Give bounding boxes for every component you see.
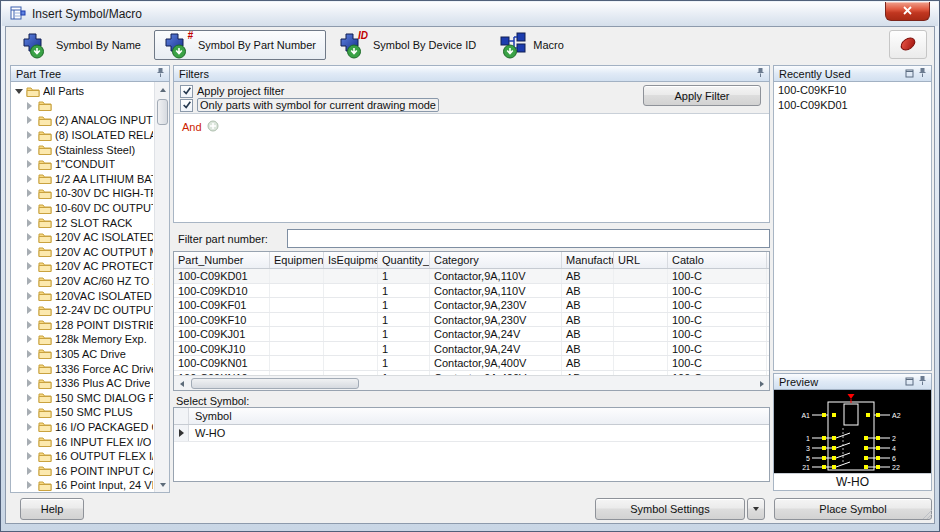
expander-closed-icon[interactable] [27,204,32,212]
plus-circle-icon[interactable] [207,120,219,134]
tree-item[interactable]: 16 POINT INPUT CARD [12,463,153,478]
tree-item[interactable]: 12 SLOT RACK [12,215,153,230]
expander-closed-icon[interactable] [27,306,32,314]
expander-closed-icon[interactable] [27,116,32,124]
expander-closed-icon[interactable] [27,160,32,168]
window-restore-icon[interactable] [905,68,914,80]
expander-closed-icon[interactable] [27,394,32,402]
tree-item[interactable]: (Stainless Steel) [12,142,153,157]
tree-item[interactable]: (2) ANALOG INPUTS, S [12,113,153,128]
table-row[interactable]: 100-C09KN011Contactor,9A,400VAB100-C [174,356,769,371]
tree-item[interactable]: 16 Point Input, 24 VD [12,478,153,491]
expander-closed-icon[interactable] [27,175,32,183]
table-row[interactable]: 100-C09KJ101Contactor,9A,24VAB100-C [174,342,769,357]
tree-item[interactable]: 12-24V DC OUTPUT ... [12,303,153,318]
tree-item[interactable]: 1/2 AA LITHIUM BATTE [12,172,153,187]
tab-macro[interactable]: Macro [489,30,574,60]
apply-project-filter-checkbox[interactable] [180,85,193,98]
tree-item[interactable]: 1305 AC Drive [12,347,153,362]
filter-part-number-input[interactable] [287,229,770,248]
tree-item[interactable]: (8) ISOLATED RELAY O [12,128,153,143]
table-row[interactable]: 100-C09KF011Contactor,9A,230VAB100-C [174,298,769,313]
tab-symbol-by-device-id[interactable]: IDSymbol By Device ID [329,30,486,60]
symbol-row[interactable]: W-HO [174,425,769,442]
column-header[interactable]: Catalo [668,252,767,268]
help-button[interactable]: Help [20,498,84,520]
tree-item[interactable]: 10-30V DC HIGH-TRUE [12,186,153,201]
tree-item[interactable]: 1"CONDUIT [12,157,153,172]
close-button[interactable] [885,2,930,21]
place-symbol-button[interactable]: Place Symbol [774,498,932,520]
pin-icon[interactable] [918,67,927,80]
tree-item[interactable]: 150 SMC DIALOG PLUS [12,390,153,405]
expander-closed-icon[interactable] [27,423,32,431]
tree-item[interactable]: 128 POINT DISTRIB... [12,318,153,333]
column-header[interactable]: Quantity_P... [378,252,430,268]
pin-icon[interactable] [918,375,927,388]
column-header[interactable]: URL [614,252,668,268]
scroll-left-icon[interactable] [174,376,189,391]
scrollbar-thumb[interactable] [157,99,168,125]
expander-closed-icon[interactable] [27,350,32,358]
recently-used-item[interactable]: 100-C09KD01 [774,97,931,112]
only-parts-with-symbol-checkbox[interactable] [180,99,193,112]
expander-closed-icon[interactable] [27,408,32,416]
scroll-up-icon[interactable] [155,82,170,97]
expander-closed-icon[interactable] [27,146,32,154]
column-header[interactable]: Manufacturer [562,252,614,268]
grease-pencil-button[interactable] [889,30,927,59]
table-row[interactable]: 100-C09KD101Contactor,9A,110VAB100-C [174,284,769,299]
expander-closed-icon[interactable] [27,131,32,139]
tab-symbol-by-name[interactable]: Symbol By Name [12,30,151,60]
expander-closed-icon[interactable] [27,321,32,329]
scroll-right-icon[interactable] [754,376,769,391]
recently-used-item[interactable]: 100-C09KF10 [774,82,931,97]
expander-closed-icon[interactable] [27,277,32,285]
expander-closed-icon[interactable] [27,189,32,197]
parts-table-hscrollbar[interactable] [174,375,769,390]
tree-item[interactable]: 120V AC/60 HZ TO 25. [12,274,153,289]
tree-item[interactable] [12,99,153,114]
tree-item[interactable]: 120V AC PROTECTE... [12,259,153,274]
expander-closed-icon[interactable] [27,248,32,256]
tree-item-all-parts[interactable]: All Parts [12,84,153,99]
expander-open-icon[interactable] [15,89,23,94]
expander-closed-icon[interactable] [27,292,32,300]
symbol-settings-button[interactable]: Symbol Settings [595,498,745,520]
tree-item[interactable]: 120VAC ISOLATED O... [12,288,153,303]
tree-item[interactable]: 120V AC ISOLATED ... [12,230,153,245]
expander-closed-icon[interactable] [27,262,32,270]
tree-item[interactable]: 1336 Force AC Drive [12,361,153,376]
expander-closed-icon[interactable] [27,467,32,475]
window-restore-icon[interactable] [905,376,914,388]
expander-closed-icon[interactable] [27,379,32,387]
part-tree-scrollbar[interactable] [154,82,169,492]
column-header[interactable]: Part_Number [174,252,270,268]
tree-item[interactable]: 1336 Plus AC Drive [12,376,153,391]
apply-filter-button[interactable]: Apply Filter [643,85,761,106]
column-header[interactable]: Equipment_... [270,252,324,268]
tree-item[interactable]: 16 INPUT FLEX I/O [12,434,153,449]
tab-symbol-by-part-number[interactable]: #Symbol By Part Number [154,30,326,60]
tree-item[interactable]: 16 I/O PACKAGED C... [12,420,153,435]
table-row[interactable]: 100-C09KD011Contactor,9A,110VAB100-C [174,269,769,284]
tree-item[interactable]: 120V AC OUTPUT M... [12,245,153,260]
condition-operator[interactable]: And [182,121,202,133]
expander-closed-icon[interactable] [27,219,32,227]
tree-item[interactable]: 128k Memory Exp. [12,332,153,347]
tree-item[interactable]: 10-60V DC OUTPUT ... [12,201,153,216]
pin-icon[interactable] [156,67,165,80]
resize-grip[interactable] [920,507,933,522]
expander-closed-icon[interactable] [27,335,32,343]
pin-icon[interactable] [756,67,765,80]
expander-closed-icon[interactable] [27,481,32,489]
scroll-down-icon[interactable] [155,477,170,492]
expander-closed-icon[interactable] [27,365,32,373]
scrollbar-thumb[interactable] [191,378,359,389]
expander-closed-icon[interactable] [27,233,32,241]
table-row[interactable]: 100-C09KJ011Contactor,9A,24VAB100-C [174,327,769,342]
expander-closed-icon[interactable] [27,438,32,446]
symbol-settings-dropdown-button[interactable] [747,498,765,520]
tree-item[interactable]: 16 OUTPUT FLEX I/O [12,449,153,464]
column-header[interactable]: IsEquipment [324,252,378,268]
